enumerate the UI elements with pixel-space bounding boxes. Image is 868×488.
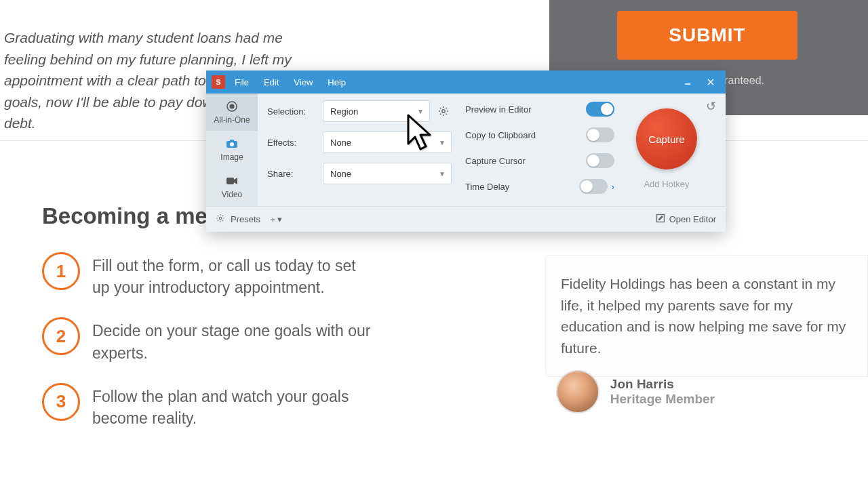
step-text: Follow the plan and watch your goals bec… bbox=[92, 383, 377, 429]
video-icon bbox=[226, 175, 238, 187]
dropdown-value: Region bbox=[330, 106, 358, 117]
menu-file[interactable]: File bbox=[229, 77, 254, 87]
person-name: Jon Harris bbox=[610, 377, 715, 392]
toggle-preview-label: Preview in Editor bbox=[465, 104, 532, 115]
menu-help[interactable]: Help bbox=[322, 77, 351, 87]
add-preset-button[interactable]: ＋▾ bbox=[269, 214, 282, 226]
svg-line-15 bbox=[446, 114, 447, 115]
svg-line-25 bbox=[218, 220, 218, 221]
toggle-delay[interactable] bbox=[579, 179, 608, 194]
person-role: Heritage Member bbox=[610, 392, 715, 407]
dropdown-value: None bbox=[330, 138, 351, 148]
snagit-window: S File Edit View Help All-in-One Image V… bbox=[206, 70, 726, 232]
effects-dropdown[interactable]: None ▼ bbox=[323, 131, 452, 153]
chevron-down-icon: ▼ bbox=[417, 108, 424, 115]
mode-label: All-in-One bbox=[214, 115, 250, 125]
presets-button[interactable]: Presets bbox=[231, 214, 260, 224]
toggle-clipboard-label: Copy to Clipboard bbox=[465, 130, 536, 140]
toggle-preview[interactable] bbox=[586, 102, 614, 117]
svg-rect-8 bbox=[226, 178, 234, 184]
selection-label: Selection: bbox=[267, 106, 317, 117]
dropdown-value: None bbox=[330, 169, 351, 179]
svg-rect-6 bbox=[230, 140, 234, 142]
camera-icon bbox=[226, 138, 238, 150]
svg-line-14 bbox=[440, 108, 441, 108]
edit-icon bbox=[656, 214, 665, 225]
toggle-cursor-label: Capture Cursor bbox=[465, 156, 526, 166]
svg-point-18 bbox=[219, 217, 222, 220]
bottom-bar: Presets ＋▾ Open Editor bbox=[206, 206, 726, 232]
gear-icon bbox=[216, 214, 225, 225]
testimonial-text: Fidelity Holdings has been a constant in… bbox=[561, 273, 855, 359]
toggle-delay-label: Time Delay bbox=[465, 182, 509, 192]
time-delay-expand-icon[interactable]: › bbox=[612, 182, 614, 192]
testimonial-person: Jon Harris Heritage Member bbox=[556, 370, 715, 413]
step-item: 3 Follow the plan and watch your goals b… bbox=[42, 383, 377, 429]
minimize-button[interactable] bbox=[678, 75, 697, 89]
toggle-clipboard[interactable] bbox=[586, 127, 614, 142]
share-dropdown[interactable]: None ▼ bbox=[323, 163, 452, 184]
undo-icon[interactable]: ↺ bbox=[706, 99, 716, 114]
step-item: 2 Decide on your stage one goals with ou… bbox=[42, 317, 377, 363]
step-number-badge: 3 bbox=[42, 383, 80, 421]
effects-label: Effects: bbox=[267, 138, 317, 148]
target-icon bbox=[226, 100, 238, 113]
svg-point-4 bbox=[230, 104, 235, 108]
mode-image[interactable]: Image bbox=[206, 131, 258, 168]
svg-line-16 bbox=[440, 114, 441, 115]
mode-label: Image bbox=[220, 152, 243, 162]
selection-dropdown[interactable]: Region ▼ bbox=[323, 100, 430, 122]
menu-view[interactable]: View bbox=[288, 77, 318, 87]
chevron-down-icon: ▼ bbox=[439, 170, 446, 178]
chevron-down-icon: ▼ bbox=[439, 139, 446, 146]
share-label: Share: bbox=[267, 169, 317, 179]
step-item: 1 Fill out the form, or call us today to… bbox=[42, 252, 377, 298]
menu-edit[interactable]: Edit bbox=[258, 77, 284, 87]
step-number-badge: 1 bbox=[42, 252, 80, 290]
mode-video[interactable]: Video bbox=[206, 169, 258, 206]
step-text: Decide on your stage one goals with our … bbox=[92, 317, 377, 363]
svg-line-17 bbox=[446, 108, 447, 108]
testimonial-card: Fidelity Holdings has been a constant in… bbox=[545, 255, 868, 377]
mode-tabs: All-in-One Image Video bbox=[206, 94, 258, 206]
step-text: Fill out the form, or call us today to s… bbox=[92, 252, 377, 298]
svg-line-23 bbox=[218, 216, 218, 216]
open-editor-button[interactable]: Open Editor bbox=[656, 214, 716, 225]
selection-settings-gear[interactable] bbox=[435, 103, 452, 119]
svg-line-26 bbox=[222, 216, 223, 216]
add-hotkey-link[interactable]: Add Hotkey bbox=[644, 179, 689, 189]
step-number-badge: 2 bbox=[42, 317, 80, 355]
app-logo-icon: S bbox=[212, 75, 225, 89]
titlebar[interactable]: S File Edit View Help bbox=[206, 70, 726, 94]
toggle-cursor[interactable] bbox=[586, 153, 614, 168]
close-button[interactable] bbox=[701, 75, 720, 89]
svg-point-7 bbox=[230, 142, 234, 146]
mode-all-in-one[interactable]: All-in-One bbox=[206, 94, 258, 131]
capture-column: ↺ Capture Add Hotkey bbox=[617, 94, 726, 206]
toggles-column: Preview in Editor Copy to Clipboard Capt… bbox=[461, 94, 617, 206]
capture-button[interactable]: Capture bbox=[636, 108, 697, 169]
avatar bbox=[556, 370, 599, 413]
svg-point-9 bbox=[442, 110, 445, 113]
submit-button[interactable]: SUBMIT bbox=[617, 11, 797, 60]
open-editor-label: Open Editor bbox=[669, 214, 716, 224]
mode-label: Video bbox=[222, 190, 242, 199]
settings-column: Selection: Region ▼ Effects: None ▼ Shar… bbox=[258, 94, 461, 206]
svg-line-24 bbox=[222, 220, 223, 221]
steps-list: 1 Fill out the form, or call us today to… bbox=[42, 252, 377, 448]
